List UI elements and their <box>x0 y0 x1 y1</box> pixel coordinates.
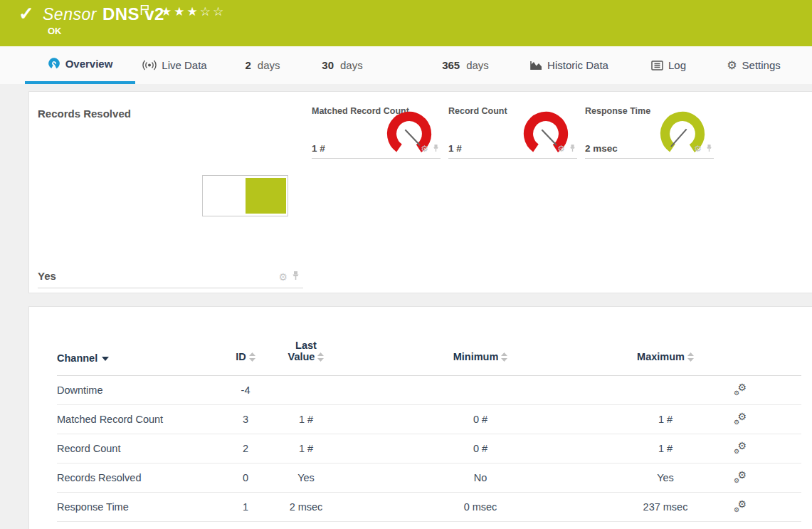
tab-overview[interactable]: Overview <box>25 46 135 84</box>
id-header-label: ID <box>236 351 246 362</box>
tab-365-days-label: days <box>466 59 489 71</box>
tab-historic-data-label: Historic Data <box>547 59 608 71</box>
column-header-id[interactable]: ID <box>224 307 267 376</box>
minimum-header-label: Minimum <box>453 351 499 362</box>
tile-matched-record-count[interactable]: Matched Record Count 1 # ⚙ <box>312 100 441 159</box>
tab-365-days[interactable]: 365 days <box>440 46 491 84</box>
channel-edit-cell: ⚙⚙ <box>715 434 765 463</box>
channel-maximum: 1 # <box>616 405 715 434</box>
records-resolved-bar-segment <box>246 178 287 214</box>
star-rating[interactable]: ★★★☆☆ <box>161 4 226 19</box>
tile-gear-icon[interactable]: ⚙ <box>557 145 565 153</box>
flag-icon[interactable] <box>140 4 149 19</box>
channel-minimum: No <box>345 463 616 493</box>
tile-footer: Yes ⚙ <box>38 263 303 288</box>
column-header-spacer <box>765 307 801 376</box>
tile-gear-icon[interactable]: ⚙ <box>694 145 702 153</box>
table-row: Records Resolved 0 Yes No Yes ⚙⚙ <box>57 463 801 493</box>
spacer-cell <box>765 493 801 522</box>
column-header-maximum[interactable]: Maximum <box>616 307 715 376</box>
tile-gear-icon[interactable]: ⚙ <box>421 145 428 153</box>
channel-last-value: Yes <box>267 463 345 493</box>
edit-channel-gears-icon[interactable]: ⚙⚙ <box>734 501 747 512</box>
sort-icon <box>249 352 255 364</box>
channel-edit-cell: ⚙⚙ <box>715 493 765 522</box>
sensor-header: ✓ SensorDNS v2 ★★★☆☆ OK <box>0 0 812 46</box>
tile-icon-group: ⚙ <box>557 142 576 155</box>
channel-edit-cell: ⚙⚙ <box>715 405 765 434</box>
overview-panel: Records Resolved Yes ⚙ <box>28 91 812 293</box>
table-row: Downtime -4 ⚙⚙ <box>57 376 801 405</box>
edit-channel-gears-icon[interactable]: ⚙⚙ <box>734 413 747 424</box>
edit-channel-gears-icon[interactable]: ⚙⚙ <box>734 471 747 483</box>
stars-empty: ☆☆ <box>200 5 226 19</box>
column-header-last-value[interactable]: Last Value <box>267 307 345 376</box>
sensor-title-prefix: Sensor <box>43 5 97 23</box>
channel-id: 2 <box>224 434 267 463</box>
matched-record-count-value: 1 # <box>312 143 325 154</box>
tab-2-days-number: 2 <box>245 59 251 71</box>
channel-maximum <box>616 376 715 405</box>
response-time-value: 2 msec <box>585 143 618 154</box>
channels-panel: Channel ID Last Value Minimum Maximum <box>28 306 812 529</box>
tab-2-days[interactable]: 2 days <box>242 46 283 84</box>
edit-channel-gears-icon[interactable]: ⚙⚙ <box>734 442 747 454</box>
tile-record-count[interactable]: Record Count 1 # ⚙ <box>448 100 577 159</box>
channel-edit-cell: ⚙⚙ <box>715 463 765 493</box>
tab-log[interactable]: Log <box>649 46 688 84</box>
tile-gear-icon[interactable]: ⚙ <box>278 272 288 282</box>
table-row: Matched Record Count 3 1 # 0 # 1 # ⚙⚙ <box>57 405 801 434</box>
maximum-header-label: Maximum <box>637 351 685 362</box>
pin-icon[interactable] <box>292 271 300 283</box>
tab-bar: Overview Live Data 2 days 30 days 365 da… <box>0 46 812 84</box>
record-count-value: 1 # <box>448 143 462 154</box>
column-header-minimum[interactable]: Minimum <box>345 307 616 376</box>
column-header-edit <box>715 307 765 376</box>
channel-id: 3 <box>224 405 267 434</box>
records-resolved-value: Yes <box>38 270 56 282</box>
tab-historic-data[interactable]: Historic Data <box>527 46 612 84</box>
channel-maximum: 1 # <box>616 434 715 463</box>
channel-minimum <box>345 376 616 405</box>
tab-30-days[interactable]: 30 days <box>319 46 366 84</box>
tile-response-time[interactable]: Response Time 2 msec ⚙ <box>585 100 714 159</box>
sort-icon <box>687 352 694 364</box>
channel-last-value: 1 # <box>267 405 345 434</box>
gear-icon: ⚙ <box>727 60 737 71</box>
pin-icon[interactable] <box>433 142 439 155</box>
tab-2-days-label: days <box>258 59 280 71</box>
tab-365-days-number: 365 <box>442 59 460 71</box>
pin-icon[interactable] <box>569 142 576 155</box>
channel-id: 1 <box>224 493 267 522</box>
list-icon <box>651 61 663 70</box>
last-value-header-line2: Value <box>288 351 315 362</box>
edit-channel-gears-icon[interactable]: ⚙⚙ <box>734 384 747 395</box>
tab-30-days-number: 30 <box>322 59 334 71</box>
stars-filled: ★★★ <box>161 5 200 19</box>
last-value-header-line1: Last <box>295 340 317 351</box>
tab-30-days-label: days <box>340 59 363 71</box>
channel-edit-cell: ⚙⚙ <box>715 376 765 405</box>
pin-icon[interactable] <box>706 142 712 155</box>
channel-name: Record Count <box>57 434 224 463</box>
table-row: Response Time 1 2 msec 0 msec 237 msec ⚙… <box>57 493 801 522</box>
channels-table: Channel ID Last Value Minimum Maximum <box>57 307 801 522</box>
tile-records-resolved[interactable]: Records Resolved Yes ⚙ <box>38 98 303 288</box>
spacer-cell <box>765 376 801 405</box>
table-header-row: Channel ID Last Value Minimum Maximum <box>57 307 801 376</box>
sort-icon <box>501 352 507 364</box>
spacer-cell <box>765 405 801 434</box>
records-resolved-bar-chart <box>202 175 288 216</box>
status-badge: OK <box>48 26 62 36</box>
tab-settings[interactable]: ⚙ Settings <box>724 46 783 84</box>
tab-settings-label: Settings <box>742 59 781 71</box>
column-header-channel[interactable]: Channel <box>57 307 224 376</box>
channel-header-label: Channel <box>57 352 97 364</box>
channel-last-value <box>267 376 345 405</box>
channel-last-value: 1 # <box>267 434 345 463</box>
sensor-title-name: DNS v2 <box>102 4 164 23</box>
tile-records-resolved-title: Records Resolved <box>38 98 303 120</box>
channel-id: -4 <box>224 376 267 405</box>
sort-desc-icon <box>102 352 109 363</box>
tab-live-data[interactable]: Live Data <box>141 46 209 84</box>
